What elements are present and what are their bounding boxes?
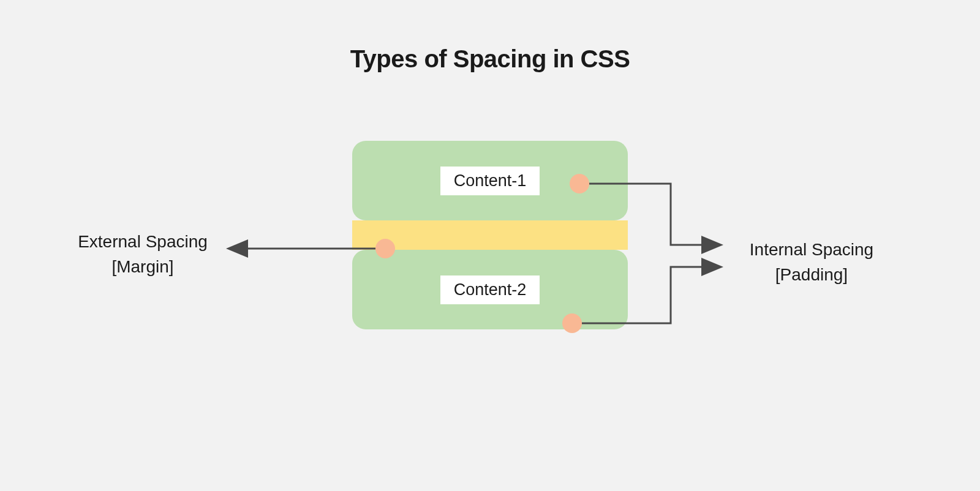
internal-spacing-line2: [Padding] — [732, 263, 891, 288]
diagram-title: Types of Spacing in CSS — [350, 45, 630, 73]
anchor-dot-padding-1 — [570, 174, 589, 193]
external-spacing-line2: [Margin] — [63, 255, 222, 280]
anchor-dot-padding-2 — [562, 313, 582, 333]
content-label-2: Content-2 — [440, 275, 540, 304]
external-spacing-line1: External Spacing — [63, 230, 222, 255]
external-spacing-label: External Spacing [Margin] — [63, 230, 222, 279]
content-label-1: Content-1 — [440, 167, 540, 195]
anchor-dot-margin — [375, 239, 395, 258]
content-box-2: Content-2 — [352, 250, 628, 329]
spacing-diagram: Content-1 Content-2 — [352, 141, 628, 329]
internal-spacing-label: Internal Spacing [Padding] — [732, 238, 891, 287]
internal-spacing-line1: Internal Spacing — [732, 238, 891, 263]
